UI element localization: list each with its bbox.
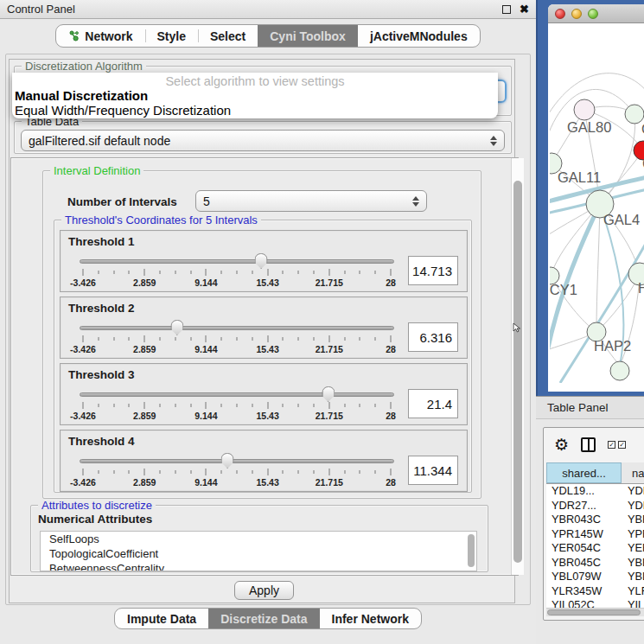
slider-tick bbox=[83, 335, 84, 342]
slider-handle[interactable] bbox=[322, 386, 335, 402]
slider-tick bbox=[221, 404, 222, 407]
table-cell[interactable]: YDR2 bbox=[622, 499, 644, 513]
algorithm-dropdown-popup: Select algorithm to view settings Manual… bbox=[12, 73, 498, 118]
dropdown-option-equal-width-frequency[interactable]: Equal Width/Frequency Discretization bbox=[12, 103, 498, 118]
zoom-traffic-icon[interactable] bbox=[588, 9, 598, 19]
float-window-icon[interactable] bbox=[502, 5, 511, 14]
table-cell[interactable]: YBR043C bbox=[546, 513, 622, 527]
table-row[interactable]: YBR045CYBR0 bbox=[546, 556, 644, 571]
close-traffic-icon[interactable] bbox=[555, 9, 565, 19]
table-data-combobox[interactable]: galFiltered.sif default node bbox=[21, 130, 505, 151]
table-row[interactable]: YER054CYER0 bbox=[546, 541, 644, 556]
slider-tick bbox=[298, 271, 299, 274]
scrollbar-thumb[interactable] bbox=[513, 181, 522, 563]
slider-tick bbox=[190, 271, 191, 274]
apply-button[interactable]: Apply bbox=[234, 581, 294, 600]
table-cell[interactable]: YBL079W bbox=[546, 570, 622, 584]
table-row[interactable]: YDR27...YDR2 bbox=[546, 499, 644, 513]
threshold-3-slider[interactable]: -3.4262.8599.14415.4321.71528 bbox=[80, 385, 394, 423]
table-cell[interactable]: YPR145W bbox=[546, 527, 622, 542]
slider-tick bbox=[360, 470, 360, 474]
split-columns-icon[interactable] bbox=[581, 437, 596, 452]
column-header-name[interactable]: na bbox=[622, 462, 644, 483]
slider-tick bbox=[190, 470, 191, 474]
settings-vertical-scrollbar[interactable] bbox=[511, 158, 524, 575]
table-cell[interactable]: YLR3 bbox=[622, 584, 644, 599]
tab-impute-data[interactable]: Impute Data bbox=[115, 609, 208, 628]
slider-tick-label: -3.426 bbox=[70, 277, 96, 288]
table-cell[interactable]: YBR0 bbox=[622, 513, 644, 527]
slider-handle[interactable] bbox=[170, 320, 183, 335]
table-cell[interactable]: YBR045C bbox=[546, 556, 622, 571]
slider-track bbox=[80, 392, 394, 397]
checkbox-icon[interactable]: ✓ bbox=[618, 441, 626, 449]
tab-network[interactable]: Network bbox=[56, 25, 144, 47]
dropdown-option-manual-discretization[interactable]: Manual Discretization bbox=[12, 88, 498, 103]
network-window-titlebar[interactable] bbox=[548, 4, 644, 23]
slider-tick bbox=[237, 404, 238, 407]
table-horizontal-scrollbar[interactable] bbox=[546, 608, 644, 616]
table-cell[interactable]: YDL1 bbox=[622, 484, 644, 499]
tab-infer-network[interactable]: Infer Network bbox=[320, 609, 421, 628]
slider-tick bbox=[267, 269, 268, 276]
table-cell[interactable]: YER054C bbox=[546, 541, 622, 556]
threshold-2-value-field[interactable]: 6.316 bbox=[408, 322, 458, 352]
numerical-attributes-list[interactable]: SelfLoops TopologicalCoefficient Between… bbox=[40, 531, 477, 571]
table-cell[interactable]: YDL19... bbox=[546, 484, 622, 499]
interval-definition-group: Interval Definition Number of Intervals … bbox=[42, 170, 481, 499]
table-row[interactable]: YBR043CYBR0 bbox=[546, 513, 644, 527]
tab-jactivemnodules[interactable]: jActiveMNodules bbox=[358, 25, 480, 47]
threshold-2-slider[interactable]: -3.4262.8599.14415.4321.71528 bbox=[80, 318, 394, 356]
slider-tick bbox=[391, 335, 392, 342]
slider-tick bbox=[144, 269, 145, 276]
threshold-4-slider[interactable]: -3.4262.8599.14415.4321.71528 bbox=[80, 451, 394, 489]
table-cell[interactable]: YBR0 bbox=[622, 556, 644, 571]
scrollbar-thumb[interactable] bbox=[547, 609, 641, 615]
table-panel-header[interactable]: Table Panel bbox=[536, 396, 644, 419]
close-icon[interactable]: ✖ bbox=[520, 5, 529, 14]
threshold-3-value-field[interactable]: 21.4 bbox=[408, 389, 458, 418]
list-item[interactable]: SelfLoops bbox=[41, 532, 476, 546]
node-bottom[interactable] bbox=[610, 361, 629, 380]
table-cell[interactable]: YLR345W bbox=[546, 584, 622, 599]
checkbox-icon[interactable]: ✓ bbox=[608, 441, 615, 449]
slider-tick-label: 15.43 bbox=[256, 344, 278, 354]
gear-icon[interactable]: ⚙ bbox=[554, 437, 569, 453]
list-item[interactable]: TopologicalCoefficient bbox=[41, 546, 476, 561]
attributes-to-discretize-group: Attributes to discretize Numerical Attri… bbox=[30, 505, 488, 572]
tab-cyni-toolbox[interactable]: Cyni Toolbox bbox=[258, 25, 358, 47]
table-cell[interactable]: YER0 bbox=[622, 541, 644, 556]
table-row[interactable]: YLR345WYLR3 bbox=[546, 584, 644, 599]
slider-tick bbox=[113, 404, 114, 407]
node-gal80[interactable] bbox=[574, 99, 595, 120]
slider-tick bbox=[328, 402, 329, 409]
tab-discretize-data[interactable]: Discretize Data bbox=[208, 609, 319, 628]
minimize-traffic-icon[interactable] bbox=[571, 9, 582, 19]
slider-tick bbox=[221, 470, 222, 474]
list-scrollbar[interactable] bbox=[468, 534, 475, 567]
tab-select[interactable]: Select bbox=[198, 25, 258, 47]
dropdown-prompt-item[interactable]: Select algorithm to view settings bbox=[12, 73, 498, 88]
number-of-intervals-spinner[interactable]: 5 bbox=[195, 190, 427, 212]
slider-handle[interactable] bbox=[221, 453, 234, 469]
slider-tick bbox=[206, 402, 207, 409]
table-row[interactable]: YBL079WYBL0 bbox=[546, 570, 644, 584]
network-window-frame[interactable]: GAL80 GA C GAL11 GAL4 GCY1 H HAP2 bbox=[536, 0, 644, 396]
list-item[interactable]: BetweennessCentrality bbox=[41, 561, 476, 571]
slider-tick bbox=[175, 404, 175, 407]
slider-tick bbox=[283, 271, 284, 274]
threshold-4-label: Threshold 4 bbox=[68, 435, 135, 448]
table-cell[interactable]: YBL0 bbox=[622, 570, 644, 584]
column-header-shared-name[interactable]: shared... bbox=[546, 462, 622, 483]
table-cell[interactable]: YPR1 bbox=[622, 527, 644, 542]
slider-handle[interactable] bbox=[255, 253, 268, 269]
threshold-1-slider[interactable]: -3.4262.8599.14415.4321.71528 bbox=[80, 252, 394, 290]
threshold-4-value-field[interactable]: 11.344 bbox=[408, 456, 458, 485]
threshold-1-value-field[interactable]: 14.713 bbox=[408, 256, 458, 285]
network-canvas[interactable]: GAL80 GA C GAL11 GAL4 GCY1 H HAP2 bbox=[550, 23, 644, 383]
table-cell[interactable]: YDR27... bbox=[546, 499, 622, 513]
table-row[interactable]: YDL19...YDL1 bbox=[546, 484, 644, 499]
tab-style[interactable]: Style bbox=[145, 25, 198, 47]
cyni-mode-tabs: Impute Data Discretize Data Infer Networ… bbox=[0, 608, 536, 629]
table-row[interactable]: YPR145WYPR1 bbox=[546, 527, 644, 542]
